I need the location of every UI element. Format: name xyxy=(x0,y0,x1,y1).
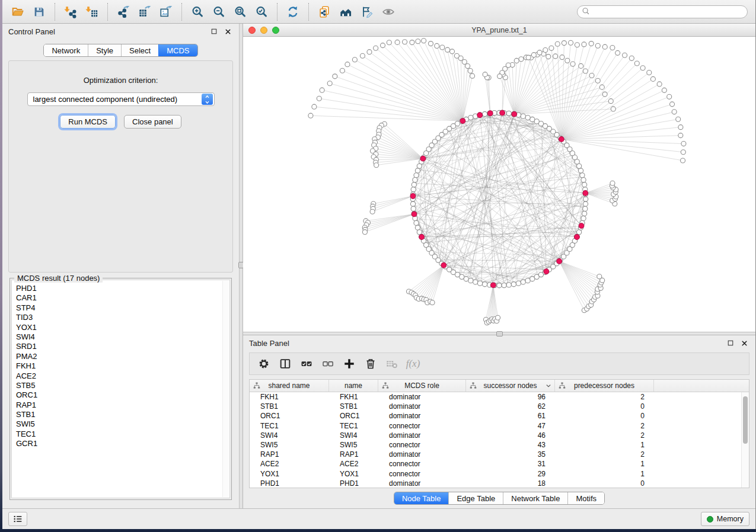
mcds-result-item[interactable]: CAR1 xyxy=(16,293,229,303)
open-folder-button[interactable] xyxy=(7,2,28,21)
mcds-result-list[interactable]: PHD1CAR1STP4TID3YOX1SWI4SRD1PMA2FKH1ACE2… xyxy=(11,280,230,498)
clone-network-button[interactable] xyxy=(314,2,335,21)
mcds-result-item[interactable]: STP4 xyxy=(16,303,229,313)
fx-button[interactable]: f(x) xyxy=(404,355,422,373)
table-row[interactable]: STB1STB1dominator620 xyxy=(250,402,749,411)
mcds-result-item[interactable]: PMA2 xyxy=(16,352,229,361)
vertical-splitter[interactable] xyxy=(239,24,243,508)
optimization-criterion-label: Optimization criterion: xyxy=(9,76,232,85)
toolbar-separator xyxy=(55,3,55,21)
mcds-result-item[interactable]: ACE2 xyxy=(16,371,229,381)
search-input[interactable] xyxy=(591,7,747,17)
mcds-result-item[interactable]: ORC1 xyxy=(16,390,229,400)
table-scrollbar-track[interactable] xyxy=(741,392,749,488)
tab-network[interactable]: Network xyxy=(44,44,88,56)
mcds-result-item[interactable]: GCR1 xyxy=(16,439,229,448)
zoom-fit-button[interactable] xyxy=(229,2,251,21)
tab-network-table[interactable]: Network Table xyxy=(503,492,567,504)
criterion-dropdown[interactable]: largest connected component (undirected) xyxy=(27,92,215,106)
zoom-selected-icon xyxy=(255,5,268,18)
zoom-window-button[interactable] xyxy=(272,27,279,34)
table-scrollbar-thumb[interactable] xyxy=(743,396,748,444)
close-panel-icon[interactable] xyxy=(739,338,749,348)
float-panel-icon[interactable] xyxy=(725,338,735,348)
table-cell: YOX1 xyxy=(250,469,329,479)
run-mcds-button[interactable]: Run MCDS xyxy=(60,115,116,129)
table-row[interactable]: TEC1TEC1connector472 xyxy=(250,421,749,431)
close-panel-icon[interactable] xyxy=(223,27,233,37)
export-table-button[interactable] xyxy=(134,2,155,21)
splitter-handle[interactable] xyxy=(496,331,503,336)
column-header-mcds-role[interactable]: MCDS role xyxy=(378,380,466,392)
unselect-all-icon xyxy=(321,357,334,370)
mcds-result-item[interactable]: YOX1 xyxy=(16,323,229,332)
memory-button[interactable]: Memory xyxy=(701,512,749,526)
mcds-result-item[interactable]: SRD1 xyxy=(16,342,229,351)
unselect-all-button[interactable] xyxy=(318,355,337,373)
column-header-name[interactable]: name xyxy=(329,380,378,392)
table-row[interactable]: PHD1PHD1dominator180 xyxy=(250,479,749,488)
zoom-in-button[interactable] xyxy=(187,2,208,21)
mcds-result-item[interactable]: SWI4 xyxy=(16,332,229,342)
mcds-result-item[interactable]: STB1 xyxy=(16,410,229,419)
columns-button[interactable] xyxy=(276,355,294,373)
column-header-predecessor-nodes[interactable]: predecessor nodes xyxy=(555,380,654,392)
eye-icon xyxy=(382,5,395,18)
import-network-button[interactable] xyxy=(60,2,81,21)
close-panel-button[interactable]: Close panel xyxy=(124,115,181,129)
network-canvas[interactable] xyxy=(243,37,755,332)
mcds-result-item[interactable]: STB5 xyxy=(16,381,229,390)
plus-button[interactable] xyxy=(340,355,358,373)
list-scrollbar-track[interactable] xyxy=(222,281,229,497)
import-table-button[interactable] xyxy=(81,2,103,21)
delete-table-button[interactable] xyxy=(382,355,401,373)
automation-panel-button[interactable] xyxy=(8,512,27,526)
table-row[interactable]: SWI5SWI5connector431 xyxy=(250,440,749,450)
table-row[interactable]: YOX1YOX1connector291 xyxy=(250,469,749,479)
table-cell: 2 xyxy=(555,392,654,402)
tab-edge-table[interactable]: Edge Table xyxy=(448,492,503,504)
export-image-button[interactable] xyxy=(155,2,177,21)
trash-button[interactable] xyxy=(361,355,379,373)
table-row[interactable]: FKH1FKH1dominator962 xyxy=(250,392,749,402)
annotation-button[interactable] xyxy=(356,2,378,21)
mcds-result-item[interactable]: RAP1 xyxy=(16,400,229,410)
houses-button[interactable] xyxy=(335,2,356,21)
mcds-result-item[interactable]: PHD1 xyxy=(16,284,229,293)
table-cell: 62 xyxy=(466,402,555,411)
horizontal-splitter[interactable] xyxy=(243,332,755,335)
close-window-button[interactable] xyxy=(248,27,256,34)
table-row[interactable]: ACE2ACE2connector311 xyxy=(250,459,749,469)
tab-mcds[interactable]: MCDS xyxy=(158,44,197,56)
gear-icon xyxy=(257,357,270,370)
mcds-result-item[interactable]: TID3 xyxy=(16,313,229,322)
column-header-shared-name[interactable]: shared name xyxy=(250,380,329,392)
refresh-button[interactable] xyxy=(282,2,304,21)
export-network-button[interactable] xyxy=(113,2,134,21)
houses-icon xyxy=(339,5,352,18)
tab-node-table[interactable]: Node Table xyxy=(394,492,449,504)
tab-motifs[interactable]: Motifs xyxy=(567,492,604,504)
minimize-window-button[interactable] xyxy=(260,27,267,34)
mcds-result-item[interactable]: TEC1 xyxy=(16,430,229,439)
table-row[interactable]: ORC1ORC1dominator610 xyxy=(250,411,749,421)
zoom-selected-button[interactable] xyxy=(251,2,272,21)
gear-button[interactable] xyxy=(254,355,273,373)
network-window-title: YPA_prune.txt_1 xyxy=(243,26,755,34)
tab-style[interactable]: Style xyxy=(88,44,121,56)
control-panel: Control Panel NetworkStyleSelectMCDS Opt… xyxy=(2,24,239,508)
mcds-result-item[interactable]: FKH1 xyxy=(16,361,229,371)
column-header-successor-nodes[interactable]: successor nodes xyxy=(466,380,555,392)
tab-select[interactable]: Select xyxy=(121,44,158,56)
mcds-result-item[interactable]: SWI5 xyxy=(16,419,229,429)
network-graph[interactable] xyxy=(243,37,755,332)
eye-button[interactable] xyxy=(378,2,399,21)
table-row[interactable]: SWI4SWI4dominator462 xyxy=(250,431,749,440)
zoom-out-button[interactable] xyxy=(208,2,229,21)
select-all-button[interactable] xyxy=(297,355,315,373)
float-panel-icon[interactable] xyxy=(209,27,219,37)
table-cell: connector xyxy=(378,440,466,450)
table-cell: ACE2 xyxy=(329,459,378,469)
save-button[interactable] xyxy=(28,2,50,21)
table-row[interactable]: RAP1RAP1dominator352 xyxy=(250,450,749,459)
